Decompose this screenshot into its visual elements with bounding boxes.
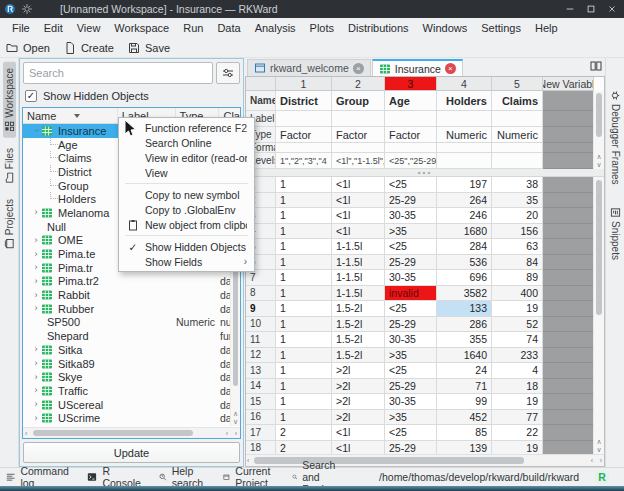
expand-icon[interactable]: › xyxy=(31,386,41,395)
meta-cell[interactable] xyxy=(385,111,437,127)
meta-cell[interactable]: Holders xyxy=(437,91,492,111)
data-cell[interactable]: 85 xyxy=(437,425,492,441)
tree-item-pima.tr2[interactable]: ›Pima.tr2dat xyxy=(23,275,240,289)
toolbar-open-button[interactable]: Open xyxy=(6,42,50,54)
data-cell[interactable]: 25-29 xyxy=(385,317,437,333)
meta-cell[interactable] xyxy=(332,111,385,127)
data-cell[interactable]: 1 xyxy=(276,177,332,193)
meta-cell[interactable]: <25","25-29"... xyxy=(385,153,437,169)
data-cell[interactable]: 84 xyxy=(492,255,543,271)
expand-icon[interactable]: › xyxy=(31,345,41,354)
data-cell[interactable]: 139 xyxy=(437,441,492,455)
menu-settings[interactable]: Settings xyxy=(475,20,527,36)
data-cell-new-variable[interactable] xyxy=(543,177,594,193)
column-header-5[interactable]: 5 xyxy=(492,77,543,91)
data-cell[interactable]: 19 xyxy=(492,441,543,455)
data-cell[interactable]: 25-29 xyxy=(385,441,437,455)
meta-cell[interactable] xyxy=(492,153,543,169)
maximize-button[interactable] xyxy=(583,2,599,16)
data-cell[interactable]: 536 xyxy=(437,255,492,271)
data-cell[interactable]: 1 xyxy=(276,208,332,224)
data-cell[interactable]: <25 xyxy=(385,177,437,193)
meta-cell[interactable]: <1l","1-1.5l",... xyxy=(332,153,385,169)
data-cell[interactable]: 1 xyxy=(276,239,332,255)
data-cell-new-variable[interactable] xyxy=(543,239,594,255)
data-cell[interactable]: 1 xyxy=(276,394,332,410)
meta-vertical-scrollbar[interactable]: ∧∨ xyxy=(593,91,604,169)
data-cell[interactable]: 400 xyxy=(492,286,543,302)
data-cell[interactable]: 1 xyxy=(276,286,332,302)
tree-item-traffic[interactable]: ›Trafficdat xyxy=(23,384,240,398)
tree-horizontal-scrollbar[interactable]: ‹‹› xyxy=(23,427,240,438)
menu-view[interactable]: View xyxy=(71,20,107,36)
meta-cell[interactable] xyxy=(276,143,332,153)
data-cell[interactable]: <1l xyxy=(332,177,385,193)
data-cell[interactable]: 1 xyxy=(276,348,332,364)
context-menu-item-show-fields[interactable]: Show Fields› xyxy=(119,254,254,269)
data-cell[interactable]: 1-1.5l xyxy=(332,239,385,255)
row-header[interactable]: 11 xyxy=(246,332,276,348)
data-cell[interactable]: 1.5-2l xyxy=(332,301,385,317)
data-cell[interactable]: 19 xyxy=(492,301,543,317)
menu-help[interactable]: Help xyxy=(529,20,564,36)
data-cell[interactable]: 30-35 xyxy=(385,270,437,286)
row-header[interactable]: 13 xyxy=(246,363,276,379)
data-cell-new-variable[interactable] xyxy=(543,441,594,455)
data-cell[interactable]: 52 xyxy=(492,317,543,333)
data-cell[interactable]: 1.5-2l xyxy=(332,317,385,333)
data-cell[interactable]: 25-29 xyxy=(385,193,437,209)
row-header[interactable]: 12 xyxy=(246,348,276,364)
expand-icon[interactable]: › xyxy=(31,400,41,409)
meta-cell[interactable]: Age xyxy=(385,91,437,111)
data-cell[interactable]: 133 xyxy=(437,301,492,317)
data-cell-new-variable[interactable] xyxy=(543,332,594,348)
row-header[interactable]: 8 xyxy=(246,286,276,302)
expand-icon[interactable]: › xyxy=(31,414,41,423)
meta-cell[interactable] xyxy=(385,143,437,153)
split-view-icon[interactable] xyxy=(590,60,602,72)
tab-insurance[interactable]: Insurance× xyxy=(372,59,463,76)
data-cell[interactable]: 1 xyxy=(276,301,332,317)
data-cell[interactable]: 264 xyxy=(437,193,492,209)
data-cell[interactable]: 74 xyxy=(492,332,543,348)
menu-workspace[interactable]: Workspace xyxy=(108,20,175,36)
data-cell[interactable]: >2l xyxy=(332,379,385,395)
dock-tab-debugger-frames[interactable]: Debugger Frames xyxy=(609,84,622,191)
data-cell[interactable]: <1l xyxy=(332,425,385,441)
data-cell[interactable]: 156 xyxy=(492,224,543,240)
data-vertical-scrollbar[interactable]: ∧∨ xyxy=(593,177,604,454)
expand-icon[interactable]: › xyxy=(31,236,41,245)
expand-icon[interactable]: › xyxy=(31,359,41,368)
tab-rkward_welcome[interactable]: rkward_welcome× xyxy=(247,59,371,76)
column-header-1[interactable]: 1 xyxy=(276,77,332,91)
tree-item-sp500[interactable]: SP500Numericnu xyxy=(23,316,240,330)
menu-data[interactable]: Data xyxy=(211,20,246,36)
data-cell-new-variable[interactable] xyxy=(543,255,594,271)
data-cell[interactable]: 25-29 xyxy=(385,379,437,395)
meta-cell[interactable] xyxy=(492,143,543,153)
data-cell[interactable]: <25 xyxy=(385,425,437,441)
data-cell[interactable]: 71 xyxy=(437,379,492,395)
meta-cell[interactable] xyxy=(276,111,332,127)
data-cell[interactable]: 355 xyxy=(437,332,492,348)
menu-run[interactable]: Run xyxy=(177,20,209,36)
data-cell-new-variable[interactable] xyxy=(543,270,594,286)
data-cell[interactable]: 35 xyxy=(492,193,543,209)
meta-cell[interactable] xyxy=(437,143,492,153)
dock-tab-snippets[interactable]: Snippets xyxy=(609,201,622,266)
data-cell[interactable]: 452 xyxy=(437,410,492,426)
close-button[interactable] xyxy=(604,2,620,16)
meta-cell[interactable] xyxy=(437,111,492,127)
data-cell[interactable]: 18 xyxy=(492,379,543,395)
dock-tab-projects[interactable]: Projects xyxy=(3,193,16,255)
meta-cell[interactable] xyxy=(492,111,543,127)
tree-item-rubber[interactable]: ›Rubberdat xyxy=(23,302,240,316)
tab-close-icon[interactable]: × xyxy=(445,63,456,74)
data-cell[interactable]: 19 xyxy=(492,394,543,410)
data-cell[interactable]: 1 xyxy=(276,317,332,333)
data-cell[interactable]: 24 xyxy=(437,363,492,379)
data-cell[interactable]: 1 xyxy=(276,193,332,209)
column-header-4[interactable]: 4 xyxy=(437,77,492,91)
data-cell[interactable]: 77 xyxy=(492,410,543,426)
menu-analysis[interactable]: Analysis xyxy=(249,20,302,36)
